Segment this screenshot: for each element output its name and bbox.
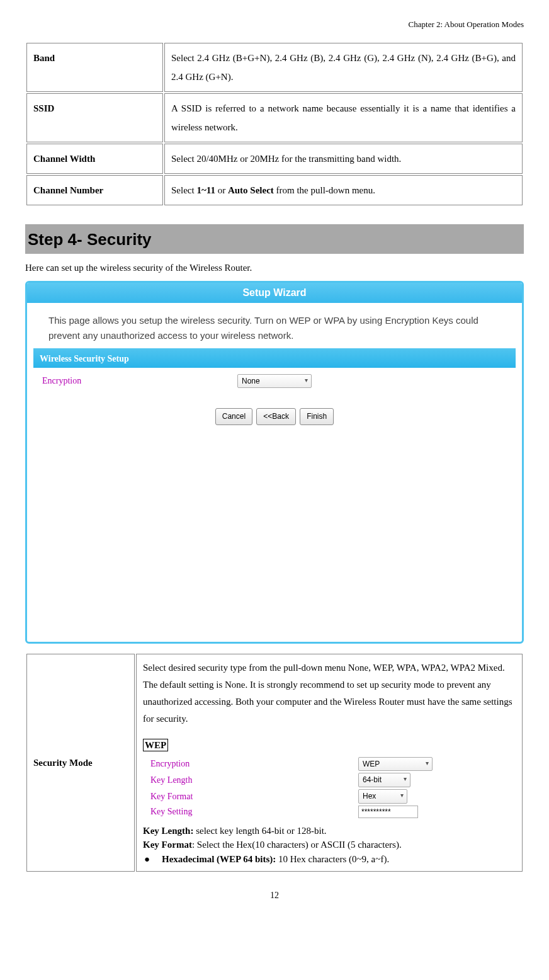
wep-keyformat-row: Key Format Hex <box>150 789 516 804</box>
table-row: Band Select 2.4 GHz (B+G+N), 2.4 GHz (B)… <box>26 43 523 92</box>
wep-encryption-row: Encryption WEP <box>150 757 516 772</box>
cancel-button[interactable]: Cancel <box>215 408 252 425</box>
wep-form-screenshot: Encryption WEP Key Length 64-bit Key For… <box>143 753 516 824</box>
band-label: Band <box>26 43 163 92</box>
wep-encryption-label: Encryption <box>150 758 358 770</box>
keylength-note: Key Length: select key length 64-bit or … <box>143 824 516 838</box>
wep-keyformat-select[interactable]: Hex <box>358 789 407 804</box>
bullet-icon: ● <box>143 852 162 867</box>
encryption-select[interactable]: None <box>237 374 312 389</box>
wep-keysetting-label: Key Setting <box>150 806 358 818</box>
wep-notes: Key Length: select key length 64-bit or … <box>143 824 516 867</box>
channel-number-label: Channel Number <box>26 175 163 205</box>
wizard-section-header: Wireless Security Setup <box>33 350 516 368</box>
wizard-title: Setup Wizard <box>27 283 522 303</box>
keyformat-note: Key Format: Select the Hex(10 characters… <box>143 838 516 852</box>
security-mode-desc: Select desired security type from the pu… <box>143 659 516 727</box>
text: select key length 64-bit or 128-bit. <box>193 826 326 836</box>
text: : Select the Hex(10 characters) or ASCII… <box>192 840 402 850</box>
wizard-description: This page allows you setup the wireless … <box>33 303 516 350</box>
wep-heading: WEP <box>143 739 168 751</box>
chapter-header: Chapter 2: About Operation Modes <box>25 19 524 30</box>
wep-keysetting-input[interactable] <box>358 806 418 818</box>
back-button[interactable]: <<Back <box>256 408 296 425</box>
text: from the pull-down menu. <box>274 185 375 195</box>
security-mode-content: Select desired security type from the pu… <box>136 654 523 872</box>
intro-text: Here can set up the wireless security of… <box>25 261 524 275</box>
table-row: Security Mode Select desired security ty… <box>26 654 523 872</box>
table-row: Channel Width Select 20/40MHz or 20MHz f… <box>26 144 523 174</box>
text-bold: Key Format <box>143 840 192 850</box>
table-row: Channel Number Select 1~11 or Auto Selec… <box>26 175 523 205</box>
text: 10 Hex characters (0~9, a~f). <box>276 854 389 864</box>
text-bold: Hexadecimal (WEP 64 bits): <box>162 854 276 864</box>
wep-keylength-label: Key Length <box>150 774 358 787</box>
finish-button[interactable]: Finish <box>300 408 334 425</box>
text-bold: 1~11 <box>196 185 215 195</box>
wep-keylength-row: Key Length 64-bit <box>150 773 516 787</box>
channel-number-desc: Select 1~11 or Auto Select from the pull… <box>164 175 523 205</box>
step-heading: Step 4- Security <box>25 224 524 253</box>
wep-keyformat-label: Key Format <box>150 790 358 803</box>
text-bold: Key Length: <box>143 826 193 836</box>
encryption-label: Encryption <box>42 375 237 387</box>
channel-width-desc: Select 20/40MHz or 20MHz for the transmi… <box>164 144 523 174</box>
wizard-buttons: Cancel <<Back Finish <box>27 408 522 425</box>
wep-encryption-select[interactable]: WEP <box>358 757 433 772</box>
text: or <box>215 185 228 195</box>
band-desc: Select 2.4 GHz (B+G+N), 2.4 GHz (B), 2.4… <box>164 43 523 92</box>
security-mode-label: Security Mode <box>26 654 135 872</box>
ssid-label: SSID <box>26 93 163 142</box>
text-bold: Auto Select <box>228 185 274 195</box>
page-number: 12 <box>25 889 524 902</box>
text: Select <box>171 185 196 195</box>
encryption-row: Encryption None <box>27 368 522 395</box>
hex-note: ● Hexadecimal (WEP 64 bits): 10 Hex char… <box>143 852 516 867</box>
ssid-desc: A SSID is referred to a network name bec… <box>164 93 523 142</box>
definitions-table: Band Select 2.4 GHz (B+G+N), 2.4 GHz (B)… <box>25 42 524 207</box>
security-mode-table: Security Mode Select desired security ty… <box>25 652 524 874</box>
table-row: SSID A SSID is referred to a network nam… <box>26 93 523 142</box>
wep-keysetting-row: Key Setting <box>150 806 516 818</box>
setup-wizard-screenshot: Setup Wizard This page allows you setup … <box>25 281 524 644</box>
wep-keylength-select[interactable]: 64-bit <box>358 773 410 787</box>
channel-width-label: Channel Width <box>26 144 163 174</box>
